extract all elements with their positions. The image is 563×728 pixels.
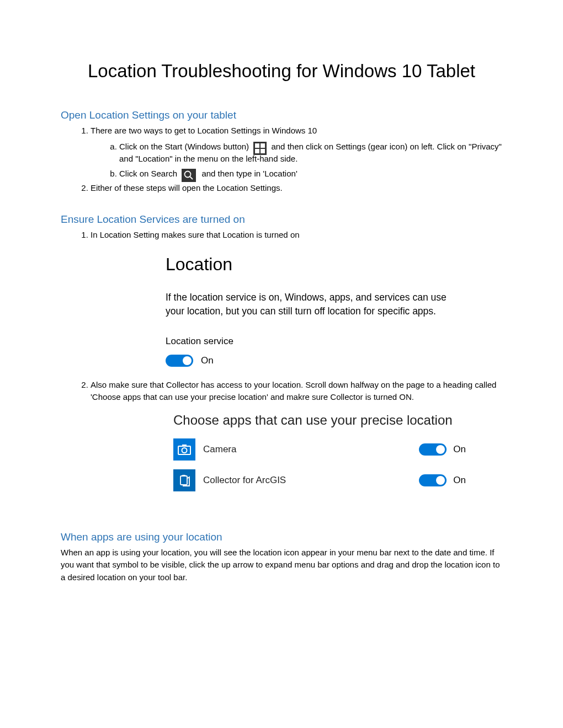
steps-list-1: There are two ways to get to Location Se… <box>61 125 502 195</box>
app-toggle-wrap: On <box>419 442 466 457</box>
app-name-label: Camera <box>203 442 419 457</box>
location-service-label: Location service <box>166 334 502 349</box>
toggle-state-label: On <box>453 442 466 457</box>
step-text: There are two ways to get to Location Se… <box>91 126 317 135</box>
camera-app-icon <box>173 438 195 461</box>
step-text-pre: Click on Search <box>119 169 179 178</box>
svg-point-3 <box>182 448 187 453</box>
list-item: Click on the Start (Windows button) and … <box>119 141 502 165</box>
list-item: There are two ways to get to Location Se… <box>91 125 502 180</box>
section-heading-open-settings: Open Location Settings on your tablet <box>61 109 502 121</box>
list-item: Click on Search and then type in 'Locati… <box>119 168 502 180</box>
toggle-state-label: On <box>201 354 214 368</box>
section-body-text: When an app is using your location, you … <box>61 547 502 584</box>
windows-start-icon <box>253 142 267 155</box>
steps-list-2: In Location Setting makes sure that Loca… <box>61 229 502 491</box>
step-text: Also make sure that Collector has access… <box>91 380 496 402</box>
svg-line-1 <box>190 176 193 179</box>
page-title: Location Troubleshooting for Windows 10 … <box>61 61 502 82</box>
apps-panel-heading: Choose apps that can use your precise lo… <box>173 411 466 429</box>
collector-app-icon <box>173 469 195 491</box>
collector-location-toggle[interactable] <box>419 474 447 486</box>
list-item: Also make sure that Collector has access… <box>91 379 502 491</box>
svg-point-0 <box>185 171 191 177</box>
svg-rect-4 <box>182 445 187 447</box>
search-icon <box>182 169 196 182</box>
step-text-post: and then type in 'Location' <box>201 169 297 178</box>
location-panel-description: If the location service is on, Windows, … <box>166 291 453 319</box>
app-row-collector: Collector for ArcGIS On <box>173 469 466 491</box>
app-name-label: Collector for ArcGIS <box>203 473 419 488</box>
section-heading-ensure-on: Ensure Location Services are turned on <box>61 213 502 226</box>
step-text-pre: Click on the Start (Windows button) <box>119 142 251 151</box>
section-heading-when-using: When apps are using your location <box>61 531 502 543</box>
location-panel-heading: Location <box>166 251 502 277</box>
location-service-toggle[interactable] <box>166 355 193 367</box>
substeps-list: Click on the Start (Windows button) and … <box>91 141 502 180</box>
list-item: In Location Setting makes sure that Loca… <box>91 229 502 368</box>
app-row-camera: Camera On <box>173 438 466 461</box>
location-service-toggle-row: On <box>166 354 502 368</box>
svg-rect-5 <box>180 476 187 485</box>
svg-rect-6 <box>182 475 185 477</box>
apps-permission-panel: Choose apps that can use your precise lo… <box>173 411 466 491</box>
location-settings-panel: Location If the location service is on, … <box>166 251 502 368</box>
step-text: In Location Setting makes sure that Loca… <box>91 230 300 239</box>
toggle-state-label: On <box>453 473 466 488</box>
camera-location-toggle[interactable] <box>419 443 447 456</box>
app-toggle-wrap: On <box>419 473 466 488</box>
list-item: Either of these steps will open the Loca… <box>91 182 502 195</box>
